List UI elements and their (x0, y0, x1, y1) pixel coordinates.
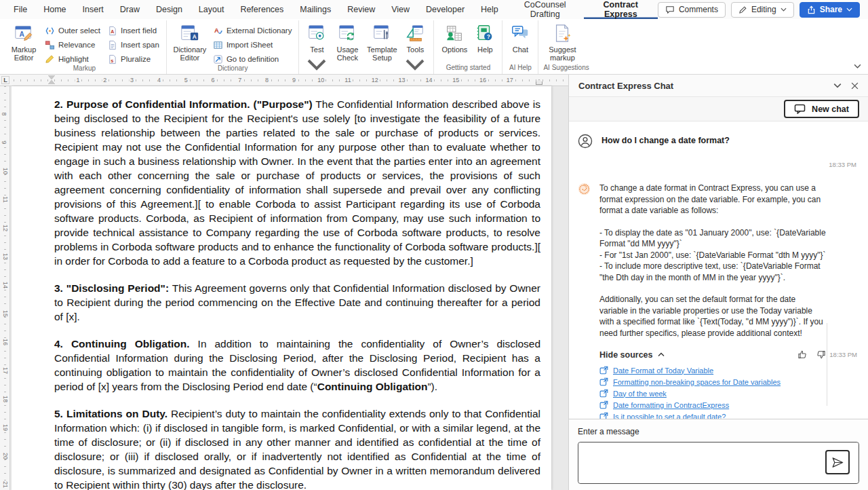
assistant-message: To change a date format in Contract Expr… (569, 168, 868, 419)
menu-tab[interactable]: Design (148, 0, 191, 19)
menu-bar: FileHomeInsertDrawDesignLayoutReferences… (0, 0, 868, 19)
ruler-number: 15 (2, 310, 9, 317)
collapse-panel-button[interactable] (833, 83, 842, 88)
menu-tab[interactable]: Mailings (292, 0, 339, 19)
user-message: How do I change a date format? (569, 122, 868, 151)
share-label: Share (820, 5, 842, 14)
send-button[interactable] (825, 450, 850, 474)
menu-tab[interactable]: View (383, 0, 418, 19)
button-label: Pluralize (121, 55, 151, 63)
ribbon-group-label: AI Suggestions (543, 64, 589, 74)
menu-tab[interactable]: File (5, 0, 35, 19)
hanging-indent-marker[interactable] (48, 80, 55, 84)
menu-tabs: FileHomeInsertDrawDesignLayoutReferences… (5, 0, 658, 19)
options-button[interactable]: Options (439, 21, 470, 54)
ruler-number: 12 (2, 225, 9, 231)
hide-sources-button[interactable]: Hide sources (599, 350, 665, 360)
button-label: Dictionary Editor (172, 45, 208, 62)
paragraph-4: 4. Continuing Obligation. In addition to… (54, 337, 540, 394)
menu-tab[interactable]: Layout (191, 0, 233, 19)
thumbs-up-button[interactable] (797, 350, 808, 360)
insert-field-button[interactable]: A Insert field (105, 25, 161, 36)
close-icon (851, 82, 859, 90)
new-chat-button[interactable]: New chat (784, 100, 859, 118)
insert-field-icon: A (107, 26, 117, 36)
button-label: Suggest markup (544, 45, 580, 62)
new-chat-label: New chat (812, 105, 849, 114)
assistant-paragraph: Additionally, you can set the default fo… (599, 294, 826, 339)
relevance-button[interactable]: Relevance (43, 39, 102, 50)
horizontal-ruler: 1234567891011121314151617 (0, 75, 568, 86)
comments-button[interactable]: Comments (658, 2, 726, 18)
share-button[interactable]: Share (800, 2, 860, 18)
pluralize-button[interactable]: s Pluralize (105, 54, 161, 64)
editing-mode-button[interactable]: Editing (731, 2, 794, 18)
menu-tab[interactable]: Home (35, 0, 74, 19)
vertical-ruler: 89101112131415161718192021 (0, 86, 10, 490)
button-label: Test (310, 45, 323, 54)
source-link[interactable]: Date formatting in ContractExpress (613, 401, 729, 409)
ribbon-group-getting-started: Options ? Help Getting started (433, 20, 502, 74)
menu-tab[interactable]: Insert (75, 0, 112, 19)
ribbon-group-template: Test Usage Check (298, 20, 433, 74)
panel-header: Contract Express Chat (569, 75, 868, 97)
external-link-icon (599, 366, 608, 375)
source-link[interactable]: Day of the week (613, 390, 667, 398)
suggest-markup-button[interactable]: Suggest markup (543, 21, 581, 62)
insert-span-button[interactable]: Insert span (105, 39, 161, 50)
panel-toolbar: New chat (569, 97, 868, 121)
menu-tab[interactable]: Contract Express (584, 0, 658, 19)
chat-button[interactable]: Chat (507, 21, 533, 54)
menu-tab[interactable]: CoCounsel Drafting (507, 0, 584, 19)
tools-icon (405, 23, 425, 43)
message-input[interactable] (578, 442, 859, 483)
highlight-button[interactable]: Highlight (43, 54, 102, 64)
dictionary-editor-button[interactable]: A Dictionary Editor (172, 21, 208, 62)
chevron-down-icon (781, 7, 787, 12)
document-page[interactable]: 2. Purpose of Confidential Information. … (12, 86, 551, 490)
tools-button[interactable]: Tools (401, 21, 429, 78)
menu-tab[interactable]: Help (473, 0, 507, 19)
ribbon-group-label: Markup (7, 64, 161, 74)
template-setup-button[interactable]: Template Setup (365, 21, 399, 62)
tab-stop-selector[interactable]: L (1, 76, 9, 84)
usage-check-button[interactable]: Usage Check (332, 21, 362, 62)
ruler-number: 11 (2, 196, 9, 202)
comment-icon (665, 5, 675, 14)
ruler-number: 13 (2, 253, 9, 260)
paragraph-3: 3. "Disclosing Period": This Agreement g… (54, 281, 540, 324)
chat-bubble-icon (794, 104, 806, 114)
button-label: Tools (407, 45, 425, 54)
ribbon-group-ai-suggestions: Suggest markup AI Suggestions (538, 20, 593, 74)
menu-tab[interactable]: References (232, 0, 292, 19)
help-button[interactable]: ? Help (473, 21, 497, 54)
ruler-number: 8 (264, 77, 270, 83)
go-to-definition-button[interactable]: Go to definition (211, 54, 294, 64)
word-window: FileHomeInsertDrawDesignLayoutReferences… (0, 0, 868, 490)
external-dictionary-button[interactable]: A External Dictionary (211, 25, 294, 36)
ruler-number: 17 (505, 77, 515, 83)
menu-tab[interactable]: Review (339, 0, 383, 19)
import-isheet-button[interactable]: Import iSheet (211, 39, 294, 50)
outer-select-icon (45, 26, 55, 36)
composer-box (578, 442, 859, 484)
suggest-markup-icon (552, 23, 572, 43)
help-icon: ? (475, 23, 495, 43)
ruler-number: 6 (210, 77, 216, 83)
source-link[interactable]: Is it possible to set a default date? (613, 413, 726, 419)
chevron-up-icon (658, 352, 665, 357)
source-link[interactable]: Date Format of Today Variable (613, 366, 713, 375)
source-link[interactable]: Formatting non-breaking spaces for Date … (613, 378, 781, 386)
menu-tab[interactable]: Draw (112, 0, 148, 19)
close-panel-button[interactable] (851, 82, 859, 90)
highlight-icon (45, 54, 55, 64)
menu-tab[interactable]: Developer (418, 0, 473, 19)
outer-select-button[interactable]: Outer select (43, 25, 102, 36)
test-button[interactable]: Test (304, 21, 330, 78)
collapse-ribbon-button[interactable] (854, 60, 861, 71)
button-label: Chat (513, 45, 528, 54)
markup-editor-button[interactable]: A Markup Editor (7, 21, 40, 62)
ribbon-group-label: AI Help (507, 64, 533, 74)
thumbs-down-button[interactable] (816, 350, 826, 360)
first-line-indent-marker[interactable] (48, 75, 55, 79)
